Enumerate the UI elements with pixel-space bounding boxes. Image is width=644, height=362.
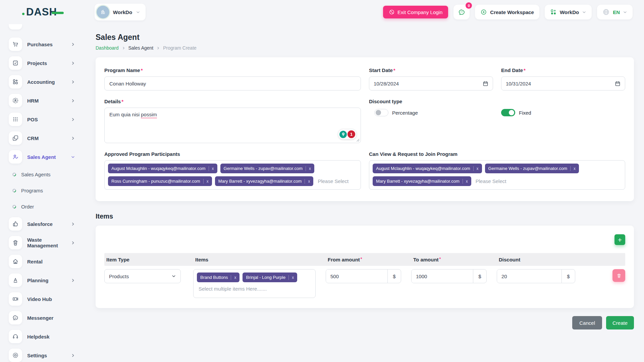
- language-button[interactable]: EN: [597, 5, 633, 19]
- breadcrumb-dashboard-link[interactable]: Dashboard: [96, 45, 119, 51]
- remove-tag-icon[interactable]: x: [473, 166, 479, 171]
- sidebar-item-planning[interactable]: Planning: [9, 274, 87, 287]
- required-marker: *: [524, 67, 526, 73]
- discount-type-fixed-field: Fixed: [501, 99, 625, 143]
- cancel-button[interactable]: Cancel: [572, 316, 602, 329]
- sidebar-item-video-hub[interactable]: Video Hub: [9, 292, 87, 306]
- to-amount-input[interactable]: [412, 269, 473, 283]
- start-date-field: Start Date*: [369, 67, 493, 90]
- workdo-menu-button[interactable]: WorkDo: [545, 5, 592, 19]
- items-table-header: Item Type Items From amount* To amount* …: [104, 253, 625, 266]
- chevron-right-icon: [71, 42, 75, 47]
- chevron-right-icon: [71, 61, 75, 65]
- grid-plus-icon: [9, 75, 22, 88]
- program-name-input[interactable]: [104, 76, 361, 90]
- chevron-down-icon: [136, 10, 140, 14]
- app-logo[interactable]: DASH: [22, 6, 64, 18]
- bullet-icon: [12, 204, 16, 209]
- can-view-label: Can View & Request to Join Program: [369, 151, 625, 157]
- assistant-bulb-icon[interactable]: [339, 131, 347, 138]
- video-camera-icon: [9, 292, 22, 306]
- resize-handle[interactable]: [356, 138, 360, 142]
- chevron-right-icon: [71, 117, 75, 122]
- create-workspace-button[interactable]: Create Workspace: [475, 5, 539, 19]
- sidebar-item-sales-agent[interactable]: Sales Agent: [9, 150, 87, 164]
- program-name-label: Program Name*: [104, 67, 361, 73]
- percentage-switch[interactable]: [374, 109, 388, 116]
- breadcrumb-separator-icon: [156, 46, 160, 50]
- spacer-label: [501, 99, 625, 104]
- can-view-field: Can View & Request to Join Program Augus…: [369, 151, 625, 190]
- sidebar-item-programs[interactable]: Programs: [12, 185, 87, 196]
- from-amount-input[interactable]: [326, 269, 387, 283]
- chevron-right-icon: [71, 80, 75, 84]
- sidebar-item-salesforce[interactable]: Salesforce: [9, 217, 87, 231]
- sidebar-item-sales-agents[interactable]: Sales Agents: [12, 169, 87, 180]
- sidebar-item-purchases[interactable]: Purchases: [9, 38, 87, 51]
- home-icon: [9, 255, 22, 268]
- items-placeholder: Select multiple items Here.......: [199, 286, 312, 292]
- start-date-input[interactable]: [369, 76, 493, 90]
- items-multiselect[interactable]: Brand Buttonsx Brinjal - Long Purplex Se…: [193, 269, 316, 298]
- messages-button[interactable]: 0: [453, 5, 470, 19]
- remove-tag-icon[interactable]: x: [209, 166, 214, 171]
- column-to-amount: To amount*: [411, 257, 487, 262]
- remove-tag-icon[interactable]: x: [203, 179, 209, 184]
- calendar-icon[interactable]: [483, 81, 488, 86]
- remove-tag-icon[interactable]: x: [463, 179, 468, 184]
- select-placeholder: Please Select: [318, 178, 348, 184]
- currency-addon: $: [561, 269, 575, 283]
- writing-assistant-widget[interactable]: 1: [338, 129, 357, 139]
- sidebar-item-helpdesk[interactable]: Helpdesk: [9, 330, 87, 343]
- remove-tag-icon[interactable]: x: [570, 166, 576, 171]
- approved-participants-field: Approved Program Participants August Mcl…: [104, 151, 361, 190]
- sidebar-item-partial: [9, 24, 22, 29]
- discount-input[interactable]: [497, 269, 561, 283]
- fixed-switch[interactable]: [501, 109, 515, 116]
- sidebar-item-waste-management[interactable]: Waste Management: [9, 236, 87, 249]
- participant-tag: Germaine Wells - zupav@mailinator.comx: [220, 164, 314, 173]
- sidebar-item-settings[interactable]: Settings: [9, 349, 87, 362]
- create-button[interactable]: Create: [606, 316, 634, 329]
- bullet-icon: [12, 172, 16, 177]
- start-date-label: Start Date*: [369, 67, 493, 73]
- required-marker: *: [121, 99, 123, 104]
- sidebar-item-messenger[interactable]: Messenger: [9, 311, 87, 324]
- sidebar-item-crm[interactable]: CRM: [9, 131, 87, 145]
- logo-dot: [22, 13, 24, 15]
- workspace-switcher[interactable]: WorkDo: [95, 4, 146, 20]
- item-tag: Brand Buttonsx: [197, 273, 239, 282]
- sidebar-item-hrm[interactable]: HRM: [9, 94, 87, 107]
- remove-tag-icon[interactable]: x: [305, 179, 310, 184]
- sidebar-item-accounting[interactable]: Accounting: [9, 75, 87, 88]
- chevron-down-icon: [623, 10, 627, 14]
- participant-tag: Ross Cunningham - punuzuc@mailinator.com…: [108, 176, 212, 186]
- user-check-icon: [9, 150, 22, 164]
- bullet-icon: [12, 188, 16, 193]
- exit-company-login-button[interactable]: Exit Company Login: [383, 6, 448, 18]
- item-type-select[interactable]: Products: [104, 269, 181, 283]
- sidebar-item-rental[interactable]: Rental: [9, 255, 87, 268]
- sidebar-item-pos[interactable]: POS: [9, 113, 87, 126]
- sidebar-item-projects[interactable]: Projects: [9, 56, 87, 70]
- discount-fixed-toggle[interactable]: Fixed: [501, 109, 625, 116]
- sidebar-item-order[interactable]: Order: [12, 201, 87, 212]
- from-amount-group: $: [326, 269, 401, 283]
- remove-tag-icon[interactable]: x: [231, 275, 236, 280]
- remove-tag-icon[interactable]: x: [288, 275, 294, 280]
- approved-participants-select[interactable]: August Mclaughlin - wuqaqykeq@mailinator…: [104, 160, 361, 190]
- delete-row-button[interactable]: [612, 269, 625, 282]
- end-date-input[interactable]: [501, 76, 625, 90]
- calendar-icon[interactable]: [615, 81, 621, 86]
- remove-tag-icon[interactable]: x: [306, 166, 311, 171]
- details-textarea[interactable]: Eum quia nisi possim 1: [104, 108, 361, 143]
- participant-tag: August Mclaughlin - wuqaqykeq@mailinator…: [373, 164, 482, 173]
- assistant-alert-badge[interactable]: 1: [347, 130, 355, 138]
- details-field: Details* Eum quia nisi possim 1: [104, 99, 361, 143]
- discount-percentage-toggle[interactable]: Percentage: [374, 109, 493, 116]
- add-row-button[interactable]: +: [614, 234, 625, 245]
- can-view-select[interactable]: August Mclaughlin - wuqaqykeq@mailinator…: [369, 160, 625, 190]
- breadcrumb-sales-agent-link[interactable]: Sales Agent: [128, 45, 154, 51]
- user-scan-icon: [9, 94, 22, 107]
- participant-tag: August Mclaughlin - wuqaqykeq@mailinator…: [108, 164, 217, 173]
